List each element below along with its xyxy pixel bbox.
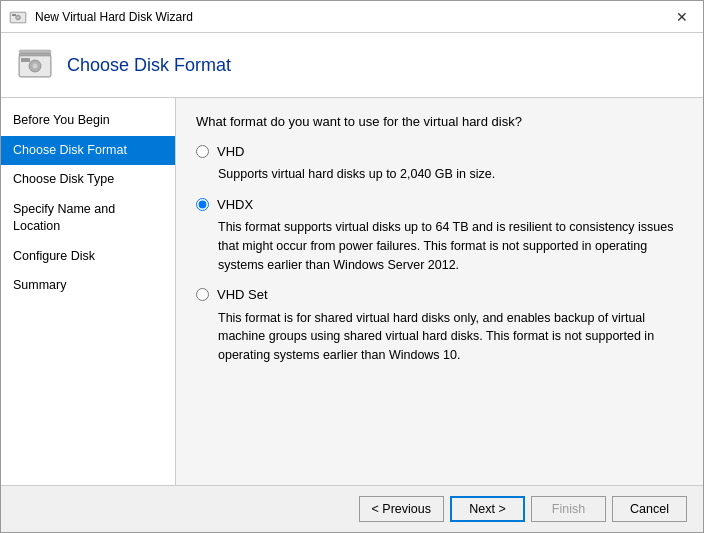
content-area: What format do you want to use for the v…: [176, 98, 703, 485]
finish-button[interactable]: Finish: [531, 496, 606, 522]
svg-rect-9: [21, 58, 30, 62]
svg-point-3: [17, 16, 19, 18]
vhd-radio[interactable]: [196, 145, 209, 158]
title-bar: New Virtual Hard Disk Wizard ✕: [1, 1, 703, 33]
vhdx-desc: This format supports virtual disks up to…: [218, 218, 683, 274]
content-question: What format do you want to use for the v…: [196, 114, 683, 129]
vhd-label[interactable]: VHD: [217, 143, 244, 161]
vhd-desc: Supports virtual hard disks up to 2,040 …: [218, 165, 683, 184]
vhd-set-radio[interactable]: [196, 288, 209, 301]
vhdx-label[interactable]: VHDX: [217, 196, 253, 214]
vhdx-option[interactable]: VHDX: [196, 196, 683, 214]
header-icon: [17, 47, 53, 83]
close-button[interactable]: ✕: [669, 4, 695, 30]
svg-rect-10: [19, 53, 51, 56]
wizard-window: New Virtual Hard Disk Wizard ✕ Choose Di…: [0, 0, 704, 533]
sidebar: Before You Begin Choose Disk Format Choo…: [1, 98, 176, 485]
title-bar-text: New Virtual Hard Disk Wizard: [35, 10, 669, 24]
sidebar-item-before-you-begin[interactable]: Before You Begin: [1, 106, 175, 136]
body: Before You Begin Choose Disk Format Choo…: [1, 98, 703, 485]
next-button[interactable]: Next >: [450, 496, 525, 522]
wizard-icon: [9, 8, 27, 26]
sidebar-item-choose-disk-type[interactable]: Choose Disk Type: [1, 165, 175, 195]
vhd-set-option[interactable]: VHD Set: [196, 286, 683, 304]
header-title: Choose Disk Format: [67, 55, 231, 76]
svg-rect-4: [12, 14, 16, 16]
sidebar-item-specify-name-location[interactable]: Specify Name and Location: [1, 195, 175, 242]
vhd-option[interactable]: VHD: [196, 143, 683, 161]
vhdx-radio[interactable]: [196, 198, 209, 211]
footer: < Previous Next > Finish Cancel: [1, 485, 703, 532]
vhd-set-label[interactable]: VHD Set: [217, 286, 268, 304]
svg-point-8: [33, 64, 38, 69]
sidebar-item-choose-disk-format[interactable]: Choose Disk Format: [1, 136, 175, 166]
sidebar-item-configure-disk[interactable]: Configure Disk: [1, 242, 175, 272]
header-area: Choose Disk Format: [1, 33, 703, 98]
previous-button[interactable]: < Previous: [359, 496, 444, 522]
vhd-set-desc: This format is for shared virtual hard d…: [218, 309, 683, 365]
svg-rect-11: [19, 50, 51, 53]
sidebar-item-summary[interactable]: Summary: [1, 271, 175, 301]
cancel-button[interactable]: Cancel: [612, 496, 687, 522]
